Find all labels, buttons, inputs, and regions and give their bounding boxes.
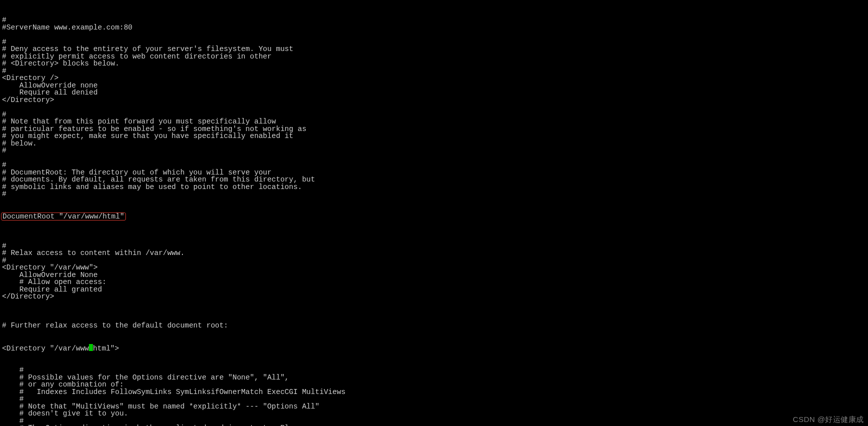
terminal-view[interactable]: ##ServerName www.example.com:80 ## Deny … xyxy=(0,0,868,426)
config-line: # documents. By default, all requests ar… xyxy=(2,176,866,184)
config-line: </Directory> xyxy=(2,96,866,104)
config-line: # <Directory> blocks below. xyxy=(2,60,866,68)
config-line: <Directory /> xyxy=(2,74,866,82)
config-line: # xyxy=(2,366,866,374)
config-line: # xyxy=(2,396,866,403)
config-line: #ServerName www.example.com:80 xyxy=(2,24,866,32)
config-text-block: ## Relax access to content within /var/w… xyxy=(2,235,866,308)
config-line: # explicitly permit access to web conten… xyxy=(2,53,866,60)
vertical-scrollbar[interactable] xyxy=(864,0,868,426)
config-line xyxy=(2,104,866,111)
config-line: AllowOverride none xyxy=(2,82,866,90)
config-line: # xyxy=(2,111,866,118)
config-line: # symbolic links and aliases may be used… xyxy=(2,184,866,191)
documentroot-highlight: DocumentRoot "/var/www/html" xyxy=(1,212,126,221)
config-line: # xyxy=(2,257,866,264)
config-line: # xyxy=(2,38,866,46)
config-line: # Note that from this point forward you … xyxy=(2,118,866,126)
config-line xyxy=(2,300,866,308)
highlighted-documentroot-line: DocumentRoot "/var/www/html" xyxy=(2,212,866,221)
config-line: # Allow open access: xyxy=(2,278,866,286)
config-text-block: # # Possible values for the Options dire… xyxy=(2,366,866,426)
config-line: <Directory "/var/www"> xyxy=(2,264,866,272)
config-line: # Indexes Includes FollowSymLinks SymLin… xyxy=(2,388,866,396)
directory-line-with-cursor: <Directory "/var/wwwhtml"> xyxy=(2,344,866,352)
config-line: # Relax access to content within /var/ww… xyxy=(2,250,866,257)
config-line: # DocumentRoot: The directory out of whi… xyxy=(2,169,866,176)
config-line: # below. xyxy=(2,140,866,148)
config-line: # xyxy=(2,147,866,154)
config-line: AllowOverride None xyxy=(2,272,866,279)
config-text-block: ##ServerName www.example.com:80 ## Deny … xyxy=(2,16,866,198)
config-line: # or any combination of: xyxy=(2,381,866,388)
config-line: # xyxy=(2,68,866,75)
config-line: # xyxy=(2,190,866,198)
config-line: # doesn't give it to you. xyxy=(2,410,866,418)
config-line: </Directory> xyxy=(2,293,866,300)
config-line: # xyxy=(2,242,866,250)
config-line: # particular features to be enabled - so… xyxy=(2,126,866,133)
terminal-cursor xyxy=(89,344,93,351)
text-segment: html"> xyxy=(93,344,119,352)
config-line: Require all denied xyxy=(2,89,866,96)
text-segment: <Directory "/var/www xyxy=(2,344,89,352)
config-line xyxy=(2,154,866,162)
config-line: # Deny access to the entirety of your se… xyxy=(2,46,866,53)
config-line: Require all granted xyxy=(2,286,866,294)
config-line: # Possible values for the Options direct… xyxy=(2,374,866,382)
config-line: # Note that "MultiViews" must be named *… xyxy=(2,403,866,410)
config-line: # you might expect, make sure that you h… xyxy=(2,132,866,140)
config-line xyxy=(2,235,866,242)
config-line: # xyxy=(2,162,866,169)
config-line: # xyxy=(2,16,866,24)
further-relax-line: # Further relax access to the default do… xyxy=(2,322,866,330)
config-line xyxy=(2,31,866,38)
config-line: # xyxy=(2,418,866,425)
